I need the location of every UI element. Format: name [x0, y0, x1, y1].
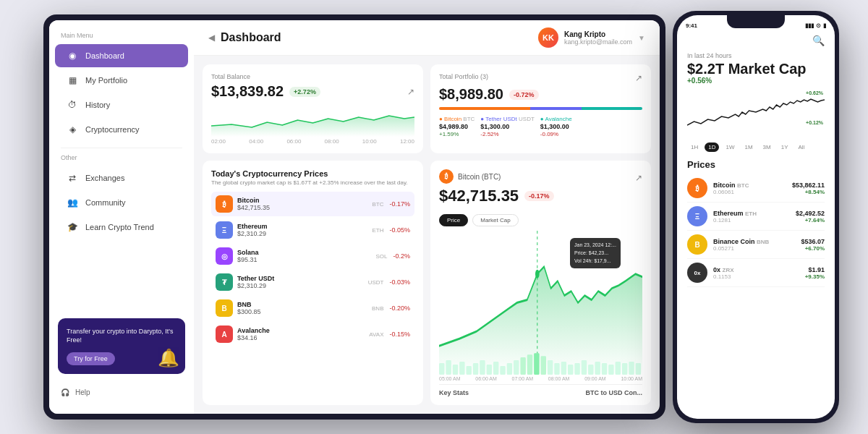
tab-1y[interactable]: 1Y — [778, 142, 792, 152]
phone-price-left-bnb: B Binance Coin BNB 0.05271 — [687, 234, 769, 255]
portfolio-icon: ▦ — [67, 75, 78, 86]
phone-btc-icon: ₿ — [687, 178, 707, 198]
phone-time-tabs: 1H 1D 1W 1M 3M 1Y All — [687, 142, 825, 152]
key-stats-bar: Key Stats BTC to USD Con... — [439, 384, 642, 396]
sidebar-help[interactable]: 🎧 Help — [49, 383, 194, 402]
sidebar-item-dashboard[interactable]: ◉ Dashboard — [55, 44, 188, 67]
main-menu-label: Main Menu — [49, 32, 194, 43]
btc-expand-icon[interactable]: ↗ — [635, 173, 642, 183]
tab-3m[interactable]: 3M — [760, 142, 775, 152]
tablet-inner: Main Menu ◉ Dashboard ▦ My Portfolio ⏱ H… — [49, 20, 660, 414]
tab-1w[interactable]: 1W — [722, 142, 738, 152]
sidebar-item-community[interactable]: 👥 Community — [55, 191, 188, 214]
sidebar-item-history[interactable]: ⏱ History — [55, 93, 188, 116]
key-stats-label: Key Stats — [439, 389, 469, 396]
sidebar-divider — [61, 148, 182, 148]
portfolio-expand-icon[interactable]: ↗ — [635, 73, 642, 83]
avatar: KK — [538, 27, 558, 48]
portfolio-bar — [439, 107, 642, 110]
mini-chart — [211, 104, 414, 137]
phone-search-row: 🔍 — [687, 35, 825, 46]
btc-coin-icon: ₿ — [216, 195, 233, 213]
svg-rect-15 — [541, 356, 546, 375]
svg-rect-29 — [636, 363, 641, 375]
phone-price-row-eth[interactable]: Ξ Ethereum ETH 0.1281 $2,492.52 +7.64% — [687, 203, 825, 231]
sidebar-item-portfolio[interactable]: ▦ My Portfolio — [55, 69, 188, 92]
total-portfolio-value: $8,989.80 — [439, 86, 503, 103]
sidebar-item-dashboard-label: Dashboard — [85, 51, 124, 60]
header-user: KK Kang Kripto kang.kripto@maile.com ▼ — [538, 27, 645, 48]
btc-tab-price[interactable]: Price — [439, 214, 468, 226]
promo-bell-icon: 🔔 — [158, 348, 179, 368]
promo-text: Transfer your crypto into Darypto, It's … — [67, 327, 176, 345]
crypto-row-eth[interactable]: Ξ Ethereum $2,310.29 ETH -0.05% — [211, 218, 414, 242]
btc-chart: Jan 23, 2024 12:... Price: $42,23... Vol… — [439, 231, 642, 375]
total-balance-label: Total Balance — [211, 73, 414, 80]
svg-rect-14 — [534, 353, 539, 375]
user-name: Kang Kripto — [564, 30, 632, 38]
learn-icon: 🎓 — [67, 221, 78, 233]
phone-eth-info: Ethereum ETH 0.1281 — [713, 210, 757, 224]
bnb-info: BNB $300.85 — [237, 301, 372, 315]
crypto-icon: ◈ — [67, 124, 78, 135]
sidebar-item-community-label: Community — [85, 198, 126, 207]
promo-button[interactable]: Try for Free — [67, 352, 115, 365]
sidebar-item-exchanges[interactable]: ⇄ Exchanges — [55, 166, 188, 190]
phone: 9:41 ▮▮▮ ⊙ ▮ 🔍 In last 24 hours $2.2T Ma… — [673, 11, 839, 423]
tab-1h[interactable]: 1H — [687, 142, 702, 152]
crypto-row-bnb[interactable]: B BNB $300.85 BNB -0.20% — [211, 296, 414, 320]
sol-info: Solana $95.31 — [237, 249, 375, 263]
btc-detail-value: $42,715.35 — [439, 187, 519, 205]
phone-inner: 9:41 ▮▮▮ ⊙ ▮ 🔍 In last 24 hours $2.2T Ma… — [677, 15, 835, 419]
btc-header: ₿ Bitcoin (BTC) — [439, 169, 501, 184]
svg-rect-12 — [520, 357, 525, 375]
phone-price-left-eth: Ξ Ethereum ETH 0.1281 — [687, 206, 757, 226]
svg-rect-1 — [446, 360, 451, 375]
crypto-row-sol[interactable]: ◎ Solana $95.31 SOL -0.2% — [211, 244, 414, 268]
portfolio-items: ● Bitcoin BTC $4,989.80 +1.59% ● Tether … — [439, 116, 642, 137]
phone-zrx-info: 0x ZRX 0.1153 — [713, 266, 734, 280]
community-icon: 👥 — [67, 197, 78, 208]
help-icon: 🎧 — [61, 388, 69, 396]
chevron-down-icon[interactable]: ▼ — [638, 34, 645, 42]
sidebar-item-learn[interactable]: 🎓 Learn Crypto Trend — [55, 216, 188, 239]
total-portfolio-value-row: $8,989.80 -0.72% — [439, 86, 642, 103]
tab-all[interactable]: All — [795, 142, 809, 152]
tab-1d[interactable]: 1D — [705, 142, 719, 152]
expand-icon[interactable]: ↗ — [407, 87, 414, 97]
search-icon[interactable]: 🔍 — [812, 35, 825, 46]
btc-info: Bitcoin $42,715.35 — [237, 197, 372, 211]
sidebar-item-history-label: History — [85, 101, 110, 109]
collapse-button[interactable]: ◀ — [208, 33, 215, 43]
svg-rect-26 — [616, 362, 621, 375]
other-label: Other — [49, 154, 194, 166]
phone-price-row-zrx[interactable]: 0x 0x ZRX 0.1153 $1.91 +9.35% — [687, 259, 825, 287]
sidebar-item-exchanges-label: Exchanges — [85, 174, 124, 182]
tab-1m[interactable]: 1M — [741, 142, 756, 152]
bnb-coin-icon: B — [216, 299, 233, 317]
chart-high-label: +0.62% — [806, 90, 823, 95]
phone-btc-info: Bitcoin BTC 0.06061 — [713, 182, 749, 195]
phone-price-left-btc: ₿ Bitcoin BTC 0.06061 — [687, 178, 749, 198]
crypto-row-btc[interactable]: ₿ Bitcoin $42,715.35 BTC -0.17% — [211, 192, 414, 216]
phone-price-row-btc[interactable]: ₿ Bitcoin BTC 0.06061 $53,862.11 +8.54% — [687, 174, 825, 203]
history-icon: ⏱ — [67, 99, 78, 111]
svg-rect-9 — [500, 366, 505, 375]
svg-rect-28 — [629, 362, 634, 375]
phone-price-right-bnb: $536.07 +6.70% — [801, 238, 825, 252]
btc-value-row: $42,715.35 -0.17% — [439, 187, 642, 205]
sidebar-item-crypto[interactable]: ◈ Cryptocurrency — [55, 118, 188, 141]
crypto-row-usdt[interactable]: ₮ Tether USDt $2,310.29 USDT -0.03% — [211, 270, 414, 294]
phone-prices-title: Prices — [687, 159, 825, 170]
header: ◀ Dashboard KK Kang Kripto kang.kripto@m… — [194, 20, 660, 56]
crypto-row-avax[interactable]: A Avalanche $34.16 AVAX -0.15% — [211, 322, 414, 346]
btc-detail-title: Bitcoin (BTC) — [458, 173, 501, 181]
btc-tab-marketcap[interactable]: Market Cap — [472, 214, 518, 226]
phone-market-label: In last 24 hours — [687, 52, 825, 59]
eth-info: Ethereum $2,310.29 — [237, 223, 372, 237]
phone-price-row-bnb[interactable]: B Binance Coin BNB 0.05271 $536.07 +6.70… — [687, 231, 825, 259]
svg-rect-10 — [507, 363, 512, 375]
phone-cap-change: +0.56% — [687, 77, 825, 85]
signal-icon: ▮▮▮ — [805, 22, 814, 29]
svg-rect-6 — [480, 360, 485, 375]
